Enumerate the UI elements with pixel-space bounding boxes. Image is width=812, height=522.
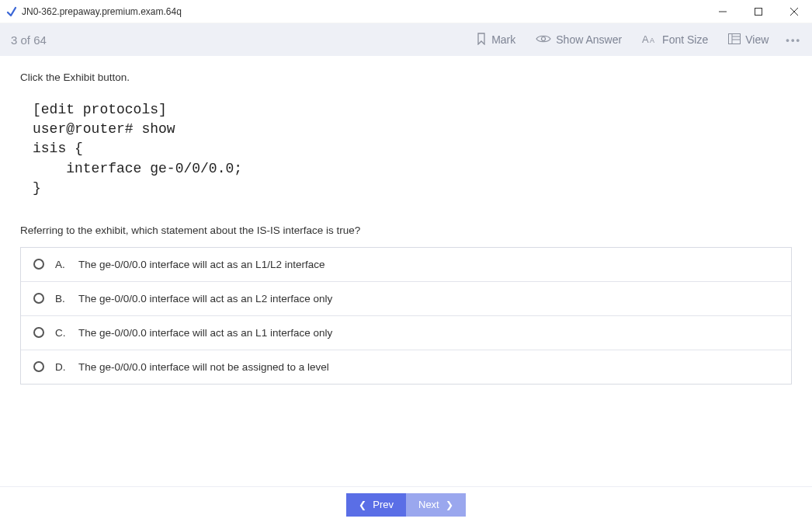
maximize-button[interactable] [741, 0, 776, 23]
options-list: A. The ge-0/0/0.0 interface will act as … [20, 247, 792, 385]
radio-icon [33, 293, 44, 304]
font-size-label: Font Size [662, 33, 708, 46]
prev-button[interactable]: ❮ Prev [346, 493, 406, 517]
question-prompt: Referring to the exhibit, which statemen… [20, 224, 792, 236]
question-content: Click the Exhibit button. [edit protocol… [0, 56, 812, 486]
svg-text:A: A [642, 33, 649, 44]
option-text: The ge-0/0/0.0 interface will act as an … [78, 259, 324, 270]
window-controls [705, 0, 812, 23]
window-title: JN0-362.prepaway.premium.exam.64q [22, 6, 705, 17]
next-label: Next [418, 499, 439, 510]
svg-point-4 [542, 37, 546, 40]
svg-line-2 [790, 8, 798, 16]
svg-rect-1 [755, 8, 762, 15]
option-text: The ge-0/0/0.0 interface will act as an … [78, 327, 332, 339]
prev-label: Prev [373, 499, 394, 510]
option-c[interactable]: C. The ge-0/0/0.0 interface will act as … [21, 315, 791, 350]
toolbar: 3 of 64 Mark Show Answer AA Font Size Vi… [0, 23, 812, 56]
svg-text:A: A [650, 37, 654, 44]
footer-nav: ❮ Prev Next ❯ [0, 486, 812, 522]
titlebar: JN0-362.prepaway.premium.exam.64q [0, 0, 812, 23]
exhibit-code: [edit protocols] user@router# show isis … [33, 100, 792, 198]
option-letter: D. [55, 361, 68, 373]
svg-rect-7 [729, 33, 741, 44]
view-label: View [745, 33, 769, 46]
option-a[interactable]: A. The ge-0/0/0.0 interface will act as … [21, 248, 791, 281]
radio-icon [33, 327, 44, 338]
option-letter: A. [55, 259, 68, 270]
show-answer-label: Show Answer [556, 33, 622, 46]
font-size-icon: AA [642, 33, 658, 47]
option-text: The ge-0/0/0.0 interface will not be ass… [78, 361, 329, 373]
radio-icon [33, 259, 44, 270]
view-button[interactable]: View [728, 33, 769, 47]
close-button[interactable] [776, 0, 812, 23]
chevron-left-icon: ❮ [359, 499, 366, 510]
option-letter: C. [55, 327, 68, 339]
show-answer-button[interactable]: Show Answer [536, 33, 622, 47]
more-menu-button[interactable]: ••• [786, 34, 801, 46]
svg-line-3 [790, 8, 798, 16]
mark-button[interactable]: Mark [476, 33, 515, 47]
font-size-button[interactable]: AA Font Size [642, 33, 708, 47]
option-text: The ge-0/0/0.0 interface will act as an … [78, 293, 332, 304]
minimize-button[interactable] [705, 0, 741, 23]
app-logo-icon [6, 6, 17, 17]
option-letter: B. [55, 293, 68, 304]
option-b[interactable]: B. The ge-0/0/0.0 interface will act as … [21, 281, 791, 315]
mark-label: Mark [491, 33, 515, 46]
radio-icon [33, 361, 44, 372]
option-d[interactable]: D. The ge-0/0/0.0 interface will not be … [21, 350, 791, 384]
question-counter: 3 of 64 [11, 33, 456, 47]
bookmark-icon [476, 33, 487, 47]
view-icon [728, 33, 741, 47]
eye-icon [536, 33, 551, 47]
chevron-right-icon: ❯ [446, 499, 453, 510]
instruction-text: Click the Exhibit button. [20, 71, 792, 83]
next-button[interactable]: Next ❯ [406, 493, 466, 517]
